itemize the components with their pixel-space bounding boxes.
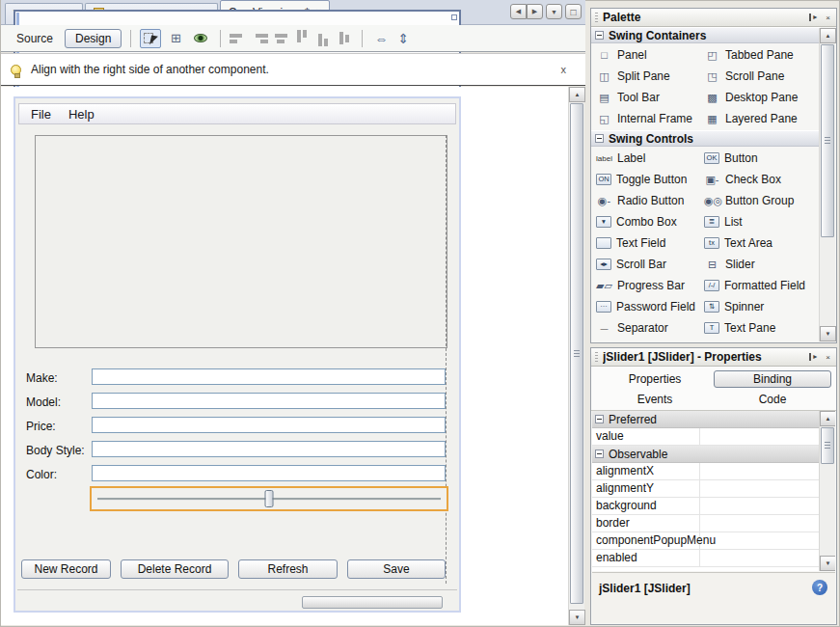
field-label[interactable]: Make:	[26, 371, 58, 385]
scroll-down-button[interactable]: ▼	[820, 326, 836, 341]
design-view-button[interactable]: Design	[65, 29, 122, 48]
property-value[interactable]	[700, 550, 816, 566]
palette-item-progress-bar[interactable]: ▰▱Progress Bar	[596, 275, 704, 296]
drag-grip-icon[interactable]	[595, 352, 598, 363]
tab-carsview-java[interactable]: CarsView.java * ×	[220, 0, 331, 24]
vertical-resizable-icon[interactable]: ⇕	[394, 31, 412, 46]
palette-item-tabbed-pane[interactable]: ◰Tabbed Pane	[704, 44, 821, 66]
palette-item-scroll-pane[interactable]: ◳Scroll Pane	[704, 66, 821, 87]
palette-item-desktop-pane[interactable]: ▩Desktop Pane	[704, 87, 821, 108]
category-preferred[interactable]: Preferred	[592, 411, 835, 428]
palette-item-slider[interactable]: ⊟Slider	[704, 254, 821, 275]
scroll-down-button[interactable]: ▼	[820, 556, 835, 571]
scroll-tabs-left-button[interactable]: ◀	[510, 4, 527, 19]
center-vertically-icon[interactable]	[336, 30, 353, 46]
price-text-field[interactable]	[92, 417, 446, 433]
palette-item-split-pane[interactable]: ◫Split Pane	[596, 66, 704, 87]
slider-selected[interactable]	[90, 486, 448, 511]
category-swing-containers[interactable]: Swing Containers	[591, 27, 821, 43]
palette-item-text-field[interactable]: Text Field	[596, 232, 704, 254]
scroll-down-button[interactable]: ▼	[569, 610, 585, 625]
document-list-button[interactable]: ▼	[546, 4, 562, 19]
color-text-field[interactable]	[92, 465, 446, 481]
align-bottom-icon[interactable]	[314, 30, 332, 46]
palette-item-internal-frame[interactable]: ◱Internal Frame	[596, 108, 704, 129]
palette-item-toggle-button[interactable]: ONToggle Button	[596, 169, 704, 190]
connection-mode-button[interactable]: ⊞	[165, 29, 186, 48]
scrollbar-thumb[interactable]	[821, 44, 834, 237]
align-right-icon[interactable]	[251, 30, 268, 46]
palette-item-tool-bar[interactable]: ▤Tool Bar	[596, 87, 704, 108]
close-window-icon[interactable]: ×	[824, 14, 832, 22]
property-row-border[interactable]: border ...	[592, 515, 835, 532]
menu-file[interactable]: File	[31, 107, 51, 122]
make-text-field[interactable]	[92, 368, 446, 385]
editor-scrollbar[interactable]: ▲ ▼	[568, 87, 584, 625]
drag-grip-icon[interactable]	[595, 13, 598, 23]
help-icon[interactable]: ?	[812, 580, 827, 595]
tab-binding[interactable]: Binding	[714, 370, 831, 388]
scroll-tabs-right-button[interactable]: ▶	[527, 4, 543, 19]
collapse-icon[interactable]	[595, 134, 604, 143]
form-table-panel[interactable]	[35, 135, 447, 348]
align-left-icon[interactable]	[230, 30, 247, 46]
source-view-button[interactable]: Source	[9, 30, 61, 47]
align-top-icon[interactable]	[293, 30, 311, 46]
scrollbar-thumb[interactable]	[570, 103, 583, 604]
field-label[interactable]: Model:	[26, 395, 61, 409]
field-label[interactable]: Color:	[26, 468, 57, 481]
palette-item-list[interactable]: ≣List	[704, 211, 821, 232]
property-row-background[interactable]: background ...	[592, 498, 835, 515]
property-value[interactable]	[700, 480, 816, 497]
properties-header[interactable]: jSlider1 [JSlider] - Properties ▸ ×	[591, 348, 836, 367]
palette-item-check-box[interactable]: ▣-Check Box	[704, 169, 821, 190]
palette-item-button[interactable]: OKButton	[704, 148, 821, 169]
palette-item-text-pane[interactable]: TText Pane	[704, 317, 821, 339]
save-button[interactable]: Save	[347, 559, 446, 579]
scroll-up-button[interactable]: ▲	[820, 28, 836, 43]
palette-item-button-group[interactable]: ◉◎Button Group	[704, 190, 821, 211]
tab-code[interactable]: Code	[714, 391, 831, 408]
palette-item-scroll-bar[interactable]: ◂▸Scroll Bar	[596, 254, 704, 275]
horizontal-resizable-icon[interactable]: ⇔	[371, 31, 391, 46]
menu-help[interactable]: Help	[68, 107, 95, 122]
property-value[interactable]	[700, 532, 816, 549]
property-value[interactable]	[700, 463, 816, 479]
palette-header[interactable]: Palette ▸ ×	[591, 9, 836, 27]
center-horizontally-icon[interactable]	[272, 30, 289, 46]
palette-item-combo-box[interactable]: ▾Combo Box	[596, 211, 704, 232]
new-record-button[interactable]: New Record	[21, 559, 111, 579]
collapse-icon[interactable]	[595, 415, 604, 423]
property-value[interactable]	[700, 428, 816, 445]
palette-item-spinner[interactable]: ⇅Spinner	[704, 296, 821, 317]
category-swing-controls[interactable]: Swing Controls	[591, 130, 821, 147]
property-value[interactable]	[700, 515, 816, 532]
progress-bar[interactable]	[302, 596, 443, 609]
collapse-icon[interactable]	[595, 31, 604, 40]
minimize-window-icon[interactable]: ▸	[809, 353, 819, 361]
property-row-alignmentx[interactable]: alignmentX ...	[592, 463, 835, 480]
selection-mode-button[interactable]	[140, 29, 161, 48]
palette-item-panel[interactable]: □Panel	[596, 44, 704, 66]
property-row-componentpopupmenu[interactable]: componentPopupMenu ...	[592, 532, 835, 550]
properties-scrollbar[interactable]: ▲ ▼	[819, 411, 835, 571]
scrollbar-thumb[interactable]	[821, 427, 834, 464]
scroll-up-button[interactable]: ▲	[820, 411, 835, 426]
delete-record-button[interactable]: Delete Record	[121, 559, 229, 579]
refresh-button[interactable]: Refresh	[238, 559, 338, 579]
category-observable[interactable]: Observable	[592, 446, 835, 463]
palette-item-label[interactable]: labelLabel	[596, 148, 704, 169]
tab-properties[interactable]: Properties	[596, 370, 714, 388]
property-value[interactable]	[700, 498, 816, 514]
tab-events[interactable]: Events	[596, 391, 714, 408]
slider-thumb[interactable]	[265, 490, 274, 507]
body-style-text-field[interactable]	[92, 441, 446, 457]
field-label[interactable]: Body Style:	[26, 444, 85, 457]
scroll-up-button[interactable]: ▲	[569, 87, 585, 102]
maximize-window-button[interactable]: □	[565, 4, 582, 19]
palette-item-formatted-field[interactable]: /-/Formatted Field	[704, 275, 821, 296]
hint-close-button[interactable]: x	[561, 64, 567, 75]
field-label[interactable]: Price:	[26, 420, 56, 433]
close-window-icon[interactable]: ×	[824, 353, 832, 362]
model-text-field[interactable]	[92, 393, 446, 409]
